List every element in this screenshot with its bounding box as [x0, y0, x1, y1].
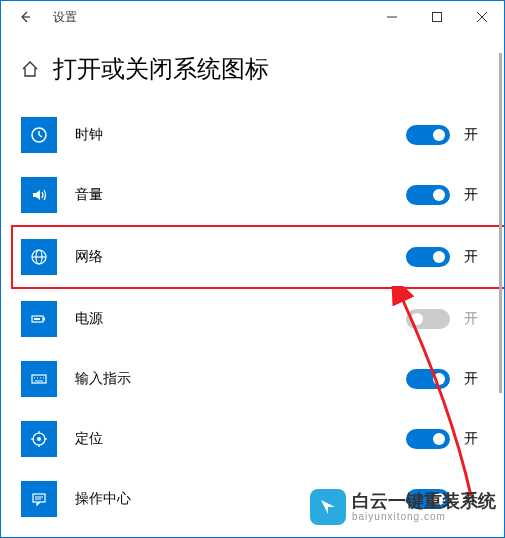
settings-list: 时钟 开 音量 开 网络 开 电源 开 [1, 105, 504, 529]
scroll-thumb[interactable] [499, 53, 502, 393]
toggle-area: 开 [406, 309, 484, 329]
page-title: 打开或关闭系统图标 [53, 53, 269, 85]
svg-rect-14 [32, 375, 46, 383]
close-button[interactable] [459, 1, 504, 33]
setting-row-ime: 输入指示 开 [21, 349, 484, 409]
toggle-state-label: 开 [464, 370, 484, 388]
svg-rect-13 [34, 318, 40, 320]
titlebar: 设置 [1, 1, 504, 33]
power-icon [21, 301, 57, 337]
action-center-icon [21, 481, 57, 517]
toggle-state-label: 开 [464, 310, 484, 328]
toggle-volume[interactable] [406, 185, 450, 205]
watermark-url: baiyunxitong.com [352, 511, 496, 522]
app-title: 设置 [53, 9, 77, 26]
toggle-state-label: 开 [464, 248, 484, 266]
svg-rect-12 [43, 318, 45, 321]
toggle-area: 开 [406, 185, 484, 205]
close-icon [477, 12, 487, 22]
toggle-state-label: 开 [464, 430, 484, 448]
location-icon [21, 421, 57, 457]
page-header: 打开或关闭系统图标 [1, 33, 504, 105]
toggle-state-label: 开 [464, 186, 484, 204]
setting-label: 电源 [75, 310, 388, 328]
setting-label: 时钟 [75, 126, 388, 144]
setting-row-volume: 音量 开 [21, 165, 484, 225]
window-controls [369, 1, 504, 33]
watermark-logo-icon [310, 489, 346, 525]
toggle-location[interactable] [406, 429, 450, 449]
clock-icon [21, 117, 57, 153]
back-icon [18, 10, 32, 24]
toggle-area: 开 [406, 247, 484, 267]
scrollbar[interactable] [498, 33, 503, 413]
maximize-button[interactable] [414, 1, 459, 33]
toggle-area: 开 [406, 429, 484, 449]
titlebar-left: 设置 [9, 1, 77, 33]
volume-icon [21, 177, 57, 213]
watermark-brand: 白云一键重装系统 [352, 492, 496, 512]
toggle-area: 开 [406, 369, 484, 389]
minimize-button[interactable] [369, 1, 414, 33]
watermark-text: 白云一键重装系统 baiyunxitong.com [352, 492, 496, 523]
maximize-icon [432, 12, 442, 22]
svg-rect-2 [432, 13, 441, 22]
home-icon[interactable] [21, 60, 39, 78]
svg-point-21 [37, 437, 41, 441]
setting-label: 音量 [75, 186, 388, 204]
toggle-state-label: 开 [464, 126, 484, 144]
watermark: 白云一键重装系统 baiyunxitong.com [310, 489, 496, 525]
keyboard-icon [21, 361, 57, 397]
network-icon [21, 239, 57, 275]
back-button[interactable] [9, 1, 41, 33]
setting-row-clock: 时钟 开 [21, 105, 484, 165]
setting-row-location: 定位 开 [21, 409, 484, 469]
toggle-ime[interactable] [406, 369, 450, 389]
toggle-power [406, 309, 450, 329]
setting-label: 定位 [75, 430, 388, 448]
setting-label: 输入指示 [75, 370, 388, 388]
svg-rect-26 [33, 494, 45, 502]
svg-line-7 [39, 135, 42, 137]
toggle-network[interactable] [406, 247, 450, 267]
setting-row-power: 电源 开 [21, 289, 484, 349]
setting-label: 网络 [75, 248, 388, 266]
setting-row-network: 网络 开 [11, 225, 505, 289]
toggle-clock[interactable] [406, 125, 450, 145]
minimize-icon [387, 12, 397, 22]
toggle-area: 开 [406, 125, 484, 145]
